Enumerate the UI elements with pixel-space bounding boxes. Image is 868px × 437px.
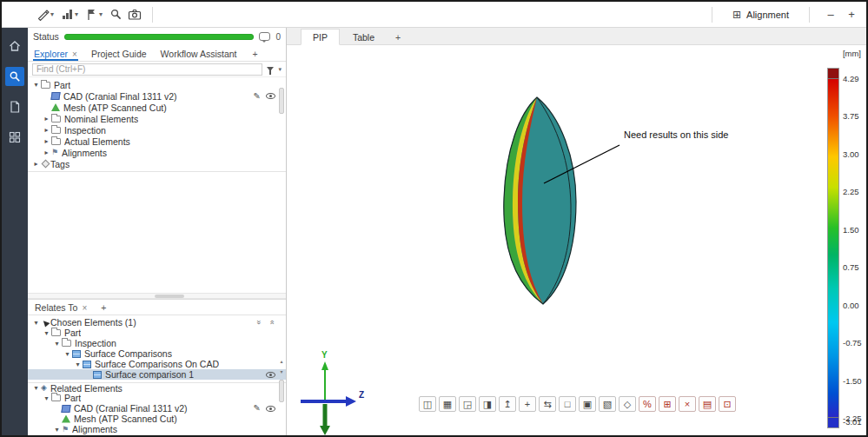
tree-item-alignments[interactable]: ▾ ⚑ Alignments [28,424,286,434]
expand-arrow-icon[interactable]: ▸ [42,115,51,122]
viewport-tool-icon[interactable]: ◲ [459,396,476,412]
scroll-up-icon[interactable]: ▴ [278,357,285,366]
minimize-panel-icon[interactable]: – [823,7,838,23]
alignment-button[interactable]: ⊞ Alignment [726,7,796,23]
close-icon[interactable]: × [82,303,87,313]
tab-explorer[interactable]: Explorer × [33,47,78,61]
document-icon[interactable] [5,97,24,116]
scrollbar-thumb[interactable] [279,88,284,114]
scroll-down-icon[interactable]: ▾ [278,367,285,376]
expand-arrow-icon[interactable]: ▾ [73,361,83,368]
add-tab-icon[interactable]: + [98,302,109,315]
visibility-eye-icon[interactable] [266,372,275,378]
tree-item-part[interactable]: ▾ Part [28,79,286,90]
viewport-tool-icon[interactable]: ⊡ [719,396,736,412]
expand-arrow-icon[interactable]: ▾ [42,394,51,402]
viewport-tool-icon[interactable]: ◇ [619,396,636,412]
viewport-tool-icon[interactable]: ▤ [699,396,716,412]
flag-icon[interactable] [82,5,101,24]
add-tab-icon[interactable]: + [250,49,261,61]
tab-workflow-assistant[interactable]: Workflow Assistant [160,47,238,61]
tree-item-cad[interactable]: CAD (Cranial Final 1311 v2) ✎ [28,403,286,414]
viewport-tool-icon[interactable]: ⇆ [539,396,556,412]
viewport-tool-icon[interactable]: ◫ [419,396,436,412]
toolbar-divider [712,7,712,23]
find-input[interactable] [32,63,262,76]
tree-item-cad[interactable]: CAD (Cranial Final 1311 v2) ✎ [28,90,286,102]
tab-table[interactable]: Table [341,30,386,44]
expand-arrow-icon[interactable]: ▾ [42,329,51,337]
viewport-tool-icon[interactable]: ▦ [439,396,456,412]
tree-item-actual-elements[interactable]: ▸ Actual Elements [28,136,286,147]
viewport-tool-icon[interactable]: % [639,396,656,412]
expand-arrow-icon[interactable]: ▸ [42,137,51,145]
report-grid-icon[interactable] [5,128,24,147]
visibility-eye-icon[interactable] [266,406,275,412]
tree-item-chosen-elements[interactable]: ▾ Chosen Elements (1) [28,317,286,328]
scrollbar-thumb[interactable] [155,295,184,298]
dropdown-caret[interactable]: ▾ [99,10,103,18]
color-scale-tick: 2.25 [843,187,859,196]
tree-item-nominal-elements[interactable]: ▸ Nominal Elements [28,113,286,124]
tree-item-part[interactable]: ▾ Part [28,328,286,338]
viewport-tool-icon[interactable]: + [519,396,536,412]
tree-item-related-elements[interactable]: ▾ ◈ Related Elements [28,382,286,393]
expand-arrow-icon[interactable]: ▾ [31,319,41,327]
expand-arrow-icon[interactable]: ▾ [31,384,41,392]
expand-arrow-icon[interactable]: ▸ [31,160,41,168]
viewport-tool-icon[interactable]: ⊞ [659,396,676,412]
expand-arrow-icon[interactable]: ▾ [52,340,62,348]
filter-caret-icon[interactable]: ▾ [278,66,282,73]
viewport-tool-icon[interactable]: × [679,396,696,412]
edit-pencil-icon[interactable]: ✎ [254,92,261,101]
messages-icon[interactable] [259,32,270,41]
edit-pencil-icon[interactable]: ✎ [254,404,261,413]
dropdown-caret[interactable]: ▾ [75,10,78,18]
expand-arrow-icon[interactable]: ▾ [63,350,72,358]
horizontal-scrollbar[interactable] [28,293,286,299]
tree-item-surface-comparisons[interactable]: ▾ Surface Comparisons [28,348,286,359]
tree-item-inspection[interactable]: ▾ Inspection [28,338,286,348]
model-surface-comparison[interactable] [504,97,576,304]
tree-item-mesh[interactable]: Mesh (ATP Scanned Cut) [28,414,286,424]
viewport-tool-icon[interactable]: □ [559,396,576,412]
annotation-pen-icon[interactable] [33,5,52,24]
tree-item-alignments[interactable]: ▸ ⚑ Alignments [28,147,286,158]
expand-arrow-icon[interactable]: ▸ [42,149,51,156]
tree-scrollbar[interactable]: ▴ ▾ [279,319,285,432]
tree-item-part[interactable]: ▾ Part [28,393,286,403]
chart-icon[interactable] [57,5,76,24]
filter-funnel-icon[interactable] [267,67,274,71]
tree-item-tags[interactable]: ▸ Tags [28,158,286,169]
tab-project-guide[interactable]: Project Guide [90,47,148,61]
tree-item-initial-alignments[interactable]: ⚑ Initial Alignments [28,434,286,435]
scrollbar-thumb[interactable] [279,380,284,402]
search-icon[interactable] [106,5,125,24]
viewport-tool-icon[interactable]: ▣ [579,396,596,412]
collapse-all-icon[interactable]: » [254,320,262,324]
close-icon[interactable]: × [72,50,77,59]
add-view-tab-icon[interactable]: + [388,30,408,44]
tree-scrollbar[interactable] [279,81,285,289]
viewport-tool-icon[interactable]: ↥ [499,396,516,412]
tree-item-surface-comparisons-on-cad[interactable]: ▾ Surface Comparisons On CAD [28,359,286,369]
home-icon[interactable] [5,36,24,56]
camera-icon[interactable] [125,5,144,24]
expand-arrow-icon[interactable]: ▾ [31,81,41,89]
expand-arrow-icon[interactable]: ▸ [42,126,51,134]
tree-item-surface-comparison-1[interactable]: Surface comparison 1 [28,369,286,380]
annotation-text[interactable]: Need results on this side [624,129,728,140]
3d-viewport[interactable]: Y Z Need results on this side ◫ ▦ ◲ ◨ [287,45,866,435]
add-view-icon[interactable]: + [844,7,859,23]
viewport-tool-icon[interactable]: ▧ [599,396,616,412]
visibility-eye-icon[interactable] [266,93,275,99]
search-rail-icon[interactable] [5,67,24,86]
expand-arrow-icon[interactable]: ▾ [52,426,62,434]
dropdown-caret[interactable]: ▾ [50,10,54,18]
expand-all-icon[interactable]: » [267,320,275,324]
viewport-tool-icon[interactable]: ◨ [479,396,496,412]
tree-item-mesh[interactable]: Mesh (ATP Scanned Cut) [28,102,286,113]
tab-pip[interactable]: PIP [301,29,340,45]
tree-item-inspection[interactable]: ▸ Inspection [28,124,286,136]
tab-relates-to[interactable]: Relates To × [34,301,88,315]
